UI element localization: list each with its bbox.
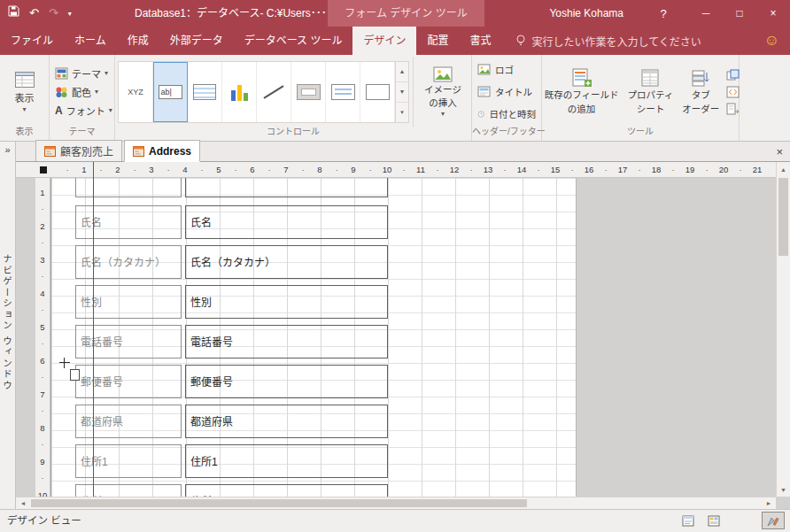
- field-textbox[interactable]: 住所2: [185, 484, 388, 497]
- listbox-control-button[interactable]: [188, 62, 222, 122]
- user-account-name[interactable]: Yoshie Kohama: [549, 7, 623, 19]
- label-control-icon: XYZ: [128, 88, 143, 96]
- subform-control-button[interactable]: [291, 62, 326, 122]
- view-button[interactable]: 表示 ▾: [11, 69, 39, 114]
- field-label-box[interactable]: 氏名（カタカナ）: [75, 245, 182, 279]
- add-existing-fields-button[interactable]: 既存のフィールド の追加: [541, 66, 623, 116]
- redo-button[interactable]: ↷: [49, 0, 58, 27]
- field-label-box[interactable]: 性別: [75, 285, 182, 319]
- layout-view-button[interactable]: [702, 512, 725, 529]
- scroll-right-arrow[interactable]: ►: [762, 497, 776, 509]
- line-control-button[interactable]: [257, 62, 291, 122]
- minimize-button[interactable]: ─: [689, 0, 723, 27]
- convert-macros-icon[interactable]: [726, 103, 740, 115]
- ruler-tick: ·: [35, 339, 50, 348]
- insert-image-button[interactable]: イメージ の挿入 ▾: [417, 65, 469, 119]
- field-label-box[interactable]: 郵便番号: [75, 365, 182, 398]
- tab-create[interactable]: 作成: [117, 27, 159, 55]
- horizontal-scrollbar[interactable]: ◄ ►: [16, 497, 776, 509]
- save-icon: [8, 5, 19, 17]
- nav-pane-title: ナビゲーション ウィンドウ: [1, 254, 14, 391]
- ribbon-group-header-footer: ロゴ タイトル 日付と時刻 ヘッダー/フッター: [472, 55, 542, 141]
- chevron-down-icon: ▾: [109, 107, 112, 113]
- vertical-scroll-thumb[interactable]: [778, 178, 788, 256]
- field-textbox[interactable]: [185, 178, 388, 197]
- access-window: ↶ ↷ ▾ Database1：データベース- C:¥Users･･･ フォーム…: [0, 0, 790, 532]
- textbox-control-button[interactable]: ab|: [153, 62, 188, 122]
- fonts-button[interactable]: A フォント ▾: [52, 102, 112, 120]
- undo-button[interactable]: ↶: [29, 0, 39, 27]
- ruler-number: 2: [115, 165, 120, 174]
- ruler-tick: ·: [35, 178, 50, 180]
- ruler-number: 17: [618, 165, 628, 174]
- chart-control-button[interactable]: [222, 62, 257, 122]
- logo-button[interactable]: ロゴ: [475, 59, 538, 81]
- field-label-box[interactable]: 電話番号: [75, 325, 182, 359]
- design-view-button[interactable]: [762, 512, 785, 529]
- doc-tab-kokyakubetsu-uriage[interactable]: 顧客別売上: [35, 140, 122, 161]
- subform-new-window-icon[interactable]: [726, 69, 740, 81]
- maximize-button[interactable]: □: [723, 0, 756, 27]
- field-label-box[interactable]: 氏名: [75, 205, 182, 239]
- scroll-left-arrow[interactable]: ◄: [16, 497, 30, 509]
- view-code-icon[interactable]: [726, 86, 740, 98]
- ruler-number: 8: [317, 165, 321, 174]
- close-button[interactable]: ×: [756, 0, 790, 27]
- design-canvas[interactable]: 氏名氏名氏名（カタカナ）氏名（カタカナ）性別性別電話番号電話番号郵便番号郵便番号…: [50, 178, 776, 497]
- tab-external-data[interactable]: 外部データ: [159, 27, 234, 55]
- label-control-button[interactable]: XYZ: [119, 62, 153, 122]
- save-button[interactable]: [8, 0, 19, 27]
- property-sheet-button[interactable]: プロパティ シート: [623, 66, 677, 116]
- themes-button[interactable]: テーマ ▾: [52, 65, 112, 82]
- field-label-box[interactable]: 都道府県: [75, 405, 182, 438]
- gallery-down-button[interactable]: ▼: [396, 82, 408, 103]
- insert-image-label-2: の挿入: [429, 97, 457, 109]
- scroll-down-arrow[interactable]: ▼: [777, 482, 790, 497]
- ruler-tick: ·: [301, 165, 304, 174]
- field-textbox[interactable]: 氏名（カタカナ）: [185, 245, 388, 279]
- field-textbox[interactable]: 性別: [185, 285, 388, 319]
- date-time-button[interactable]: 日付と時刻: [475, 104, 538, 125]
- optiongroup-control-button[interactable]: [326, 62, 360, 122]
- gallery-up-button[interactable]: ▲: [396, 62, 408, 82]
- ruler-number: 5: [216, 165, 221, 174]
- tab-design[interactable]: デザイン: [352, 27, 416, 55]
- tab-order-button[interactable]: タブ オーダー: [678, 66, 723, 116]
- gallery-more-button[interactable]: ▾: [396, 103, 408, 122]
- rectangle-control-button[interactable]: [360, 62, 395, 122]
- form-selector-box[interactable]: [40, 166, 47, 173]
- field-textbox[interactable]: 氏名: [185, 205, 388, 239]
- ruler-tick: ·: [368, 165, 371, 174]
- move-pointer-icon: [59, 358, 70, 368]
- tab-database-tools[interactable]: データベース ツール: [234, 27, 353, 55]
- horizontal-scroll-thumb[interactable]: [31, 499, 527, 507]
- tab-home[interactable]: ホーム: [64, 27, 117, 55]
- tab-arrange[interactable]: 配置: [416, 27, 459, 55]
- nav-pane-expand-button[interactable]: »: [4, 142, 10, 155]
- field-label-box[interactable]: 住所1: [75, 444, 182, 478]
- ruler-tick: ·: [35, 305, 50, 314]
- title-button[interactable]: タイトル: [475, 81, 538, 103]
- tab-file[interactable]: ファイル: [0, 27, 64, 55]
- field-textbox[interactable]: 都道府県: [185, 405, 388, 438]
- ruler-tick: ·: [35, 204, 50, 213]
- field-textbox[interactable]: 電話番号: [185, 325, 388, 359]
- field-textbox[interactable]: 郵便番号: [185, 365, 388, 398]
- tab-format[interactable]: 書式: [459, 27, 501, 55]
- help-button[interactable]: ?: [650, 7, 677, 20]
- doc-tab-address[interactable]: Address: [124, 140, 200, 162]
- field-label-box[interactable]: 住所2: [75, 484, 182, 497]
- feedback-smiley-icon[interactable]: ☺: [764, 27, 779, 55]
- document-close-button[interactable]: ×: [776, 142, 783, 162]
- field-label-box[interactable]: [75, 178, 182, 197]
- ruler-tick: ·: [66, 165, 68, 174]
- colors-button[interactable]: 配色 ▾: [52, 83, 112, 101]
- ruler-number: 2: [35, 221, 50, 231]
- qat-customize-button[interactable]: ▾: [68, 10, 72, 18]
- scroll-up-arrow[interactable]: ▲: [777, 162, 790, 176]
- doc-tab-label: Address: [149, 145, 191, 158]
- vertical-scrollbar[interactable]: ▲ ▼: [776, 162, 790, 497]
- field-textbox[interactable]: 住所1: [185, 444, 388, 478]
- tell-me-box[interactable]: 実行したい作業を入力してください: [515, 27, 701, 55]
- form-view-button[interactable]: [677, 512, 700, 529]
